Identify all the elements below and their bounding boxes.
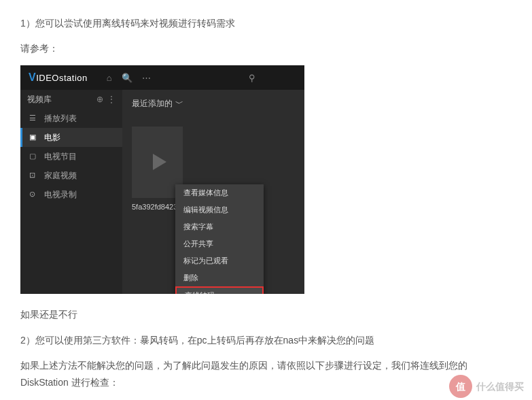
sidebar-item-label: 家庭视频	[44, 169, 77, 184]
playlist-icon: ☰	[29, 112, 39, 125]
camera-icon: ⊡	[29, 169, 39, 182]
library-header: 视频库 ⊕ ⋮	[20, 90, 122, 109]
sidebar-item-tvshows[interactable]: ▢ 电视节目	[20, 147, 122, 166]
home-icon[interactable]: ⌂	[107, 70, 112, 86]
ctx-offline-transcode[interactable]: 离线转码	[175, 286, 264, 294]
library-menu-icon[interactable]: ⋮	[107, 93, 116, 107]
watermark-text: 什么值得买	[476, 378, 524, 395]
sidebar-item-recordings[interactable]: ⊙ 电视录制	[20, 185, 122, 204]
videostation-window: VIDEOstation ⌂ 🔍 ⋯ ⚲ 视频库 ⊕ ⋮ ☰ 播放列表 ▣	[20, 65, 304, 294]
ctx-delete[interactable]: 删除	[175, 269, 264, 286]
sidebar-item-homevideo[interactable]: ⊡ 家庭视频	[20, 166, 122, 185]
more-icon[interactable]: ⋯	[142, 70, 151, 86]
watermark: 值 什么值得买	[449, 375, 524, 398]
sidebar-item-label: 播放列表	[44, 112, 77, 127]
chevron-down-icon: ﹀	[175, 97, 183, 112]
context-menu: 查看媒体信息 编辑视频信息 搜索字幕 公开共享 标记为已观看 删除 离线转码	[175, 184, 264, 294]
topbar-icons: ⌂ 🔍 ⋯ ⚲	[107, 70, 255, 86]
sidebar: 视频库 ⊕ ⋮ ☰ 播放列表 ▣ 电影 ▢ 电视节目 ⊡ 家庭视频	[20, 90, 122, 294]
watermark-badge: 值	[449, 375, 472, 398]
tv-icon: ▢	[29, 150, 39, 163]
sidebar-item-movies[interactable]: ▣ 电影	[20, 128, 122, 147]
ctx-public-share[interactable]: 公开共享	[175, 235, 264, 252]
record-icon: ⊙	[29, 188, 39, 201]
sidebar-item-label: 电视录制	[44, 188, 77, 203]
topbar: VIDEOstation ⌂ 🔍 ⋯ ⚲	[20, 65, 304, 90]
ctx-edit-video-info[interactable]: 编辑视频信息	[175, 201, 264, 218]
sort-dropdown[interactable]: 最近添加的 ﹀	[132, 97, 295, 112]
step2-text: 2）您可以使用第三方软件：暴风转码，在pc上转码后再存放在nas中来解决您的问题	[20, 332, 512, 349]
filter-icon[interactable]: ⚲	[249, 70, 255, 86]
sidebar-item-label: 电视节目	[44, 150, 77, 165]
app-brand: VIDEOstation	[29, 68, 88, 88]
ctx-search-subtitle[interactable]: 搜索字幕	[175, 218, 264, 235]
note-text: 如果上述方法不能解决您的问题，为了解此问题发生的原因，请依照以下步骤进行设定，我…	[20, 357, 512, 391]
reference-text: 请参考：	[20, 40, 512, 57]
sidebar-item-playlist[interactable]: ☰ 播放列表	[20, 109, 122, 128]
ctx-mark-watched[interactable]: 标记为已观看	[175, 252, 264, 269]
step1-text: 1）您可以尝试使用离线转码来对视频进行转码需求	[20, 15, 512, 32]
still-fail-text: 如果还是不行	[20, 306, 512, 323]
add-library-icon[interactable]: ⊕	[96, 93, 103, 107]
movie-icon: ▣	[29, 131, 39, 144]
play-icon	[153, 154, 166, 170]
search-icon[interactable]: 🔍	[122, 70, 132, 86]
ctx-view-media-info[interactable]: 查看媒体信息	[175, 184, 264, 201]
sidebar-item-label: 电影	[44, 131, 60, 146]
